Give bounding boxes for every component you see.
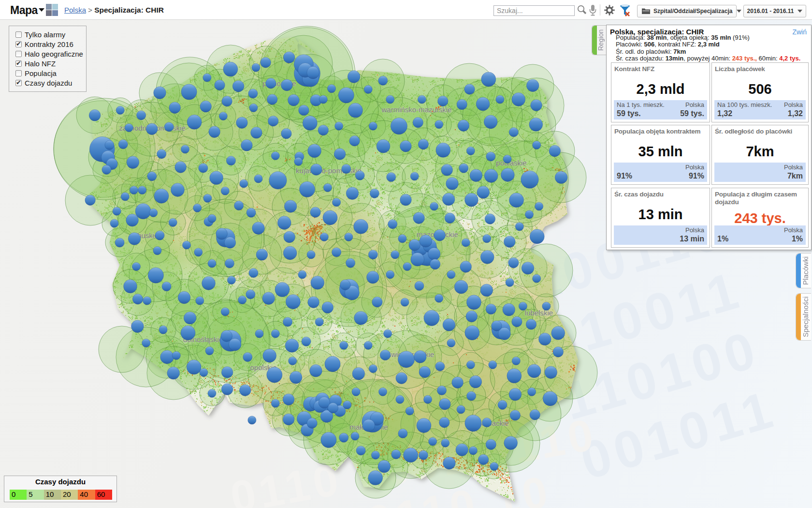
svg-text:warmińsko-mazurskie: warmińsko-mazurskie xyxy=(381,105,451,114)
svg-text:kujawsko-pomorskie: kujawsko-pomorskie xyxy=(296,166,362,175)
svg-text:lubelskie: lubelskie xyxy=(525,309,553,317)
